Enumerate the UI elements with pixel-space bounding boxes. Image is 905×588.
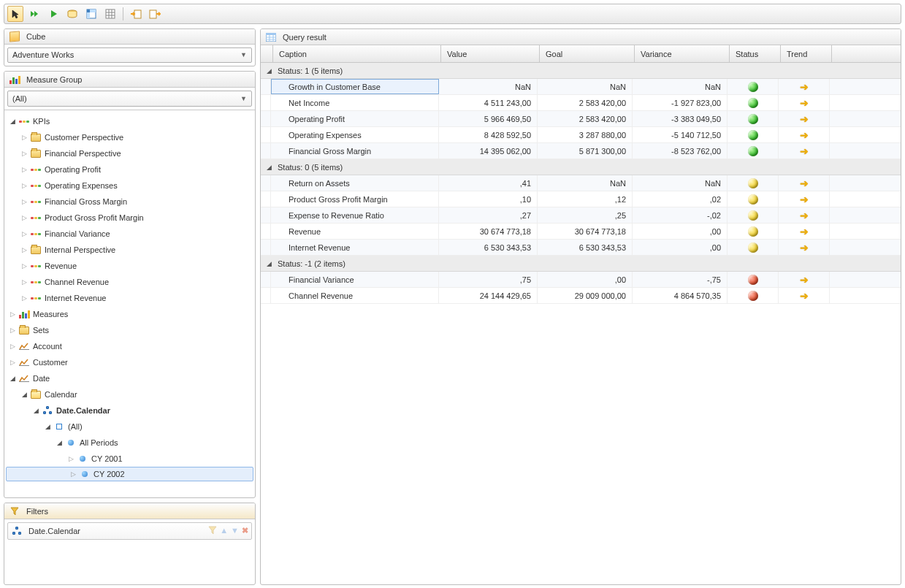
import-button[interactable]: [128, 6, 144, 22]
table-row[interactable]: Financial Variance,75,00-,75➔: [261, 272, 901, 288]
table-row[interactable]: Net Income4 511 243,002 583 420,00-1 927…: [261, 95, 901, 111]
cursor-tool-button[interactable]: [7, 6, 23, 22]
table-row[interactable]: Growth in Customer BaseNaNNaNNaN➔: [261, 79, 901, 95]
tree-item[interactable]: ◢KPIs: [4, 113, 255, 129]
tree-item[interactable]: ▷Sets: [4, 322, 255, 338]
svg-rect-5: [106, 9, 115, 18]
tree-item[interactable]: ▷Customer Perspective: [4, 129, 255, 145]
tree-item[interactable]: ▷Internal Perspective: [4, 242, 255, 258]
filter-item[interactable]: Date.Calendar▲▼✖: [7, 522, 252, 540]
tree-item[interactable]: ▷Product Gross Profit Margin: [4, 210, 255, 226]
table-row[interactable]: Channel Revenue24 144 429,6529 009 000,0…: [261, 288, 901, 304]
filters-header-label: Filters: [26, 507, 48, 516]
expand-icon: ▷: [9, 359, 17, 367]
cell-rest: [830, 288, 901, 303]
cell-caption: Operating Expenses: [271, 127, 439, 142]
filter-remove-icon[interactable]: ✖: [242, 526, 248, 536]
cell-variance: 4 864 570,35: [633, 288, 728, 303]
column-header-status[interactable]: Status: [730, 45, 781, 62]
tree-item[interactable]: ◢(All): [4, 419, 255, 435]
export-button[interactable]: [147, 6, 163, 22]
filter-funnel-icon[interactable]: [208, 526, 217, 536]
expand-icon: ▷: [20, 198, 28, 206]
tree-item[interactable]: ▷Channel Revenue: [4, 274, 255, 290]
column-header-caption[interactable]: Caption: [273, 45, 441, 62]
tree-item[interactable]: ▷Account: [4, 338, 255, 354]
status-yellow-icon: [748, 194, 758, 205]
column-header-goal[interactable]: Goal: [540, 45, 635, 62]
filter-up-icon[interactable]: ▲: [220, 526, 228, 536]
column-header-rest: [832, 45, 901, 62]
table-row[interactable]: Revenue30 674 773,1830 674 773,18,00➔: [261, 224, 901, 240]
dim-icon: [18, 340, 30, 352]
status-yellow-icon: [748, 178, 758, 188]
column-header-variance[interactable]: Variance: [635, 45, 730, 62]
run-button[interactable]: [45, 6, 61, 22]
cell-caption: Channel Revenue: [271, 288, 439, 303]
tree-item[interactable]: ▷Operating Profit: [4, 161, 255, 177]
view-sql-button[interactable]: [64, 6, 80, 22]
cell-rest: [830, 175, 901, 191]
cell-variance: NaN: [633, 79, 728, 94]
toolbar-separator: [123, 7, 123, 20]
filter-down-icon[interactable]: ▼: [231, 526, 239, 536]
tree-item-label: All Periods: [80, 438, 118, 447]
table-row[interactable]: Operating Profit5 966 469,502 583 420,00…: [261, 111, 901, 127]
tree-item[interactable]: ▷Internet Revenue: [4, 290, 255, 306]
cell-trend: ➔: [779, 175, 830, 191]
table-row[interactable]: Operating Expenses8 428 592,503 287 880,…: [261, 127, 901, 143]
metadata-tree[interactable]: ◢KPIs▷Customer Perspective▷Financial Per…: [4, 110, 255, 484]
cell-value: NaN: [439, 79, 538, 94]
column-header-value[interactable]: Value: [441, 45, 540, 62]
tree-item-label: Account: [33, 342, 62, 351]
table-row[interactable]: Product Gross Profit Margin,10,12,02➔: [261, 191, 901, 207]
table-row[interactable]: Internet Revenue6 530 343,536 530 343,53…: [261, 240, 901, 256]
table-row[interactable]: Return on Assets,41NaNNaN➔: [261, 175, 901, 191]
status-green-icon: [748, 130, 758, 140]
tree-item[interactable]: ▷Operating Expenses: [4, 177, 255, 194]
auto-run-button[interactable]: [26, 6, 42, 22]
expand-icon: ▷: [9, 310, 17, 318]
cell-variance: NaN: [633, 175, 728, 191]
tree-item[interactable]: ▷Financial Perspective: [4, 145, 255, 161]
cell-goal: 30 674 773,18: [538, 224, 633, 239]
group-header[interactable]: ◢Status: -1 (2 items): [261, 256, 901, 272]
status-green-icon: [748, 98, 758, 108]
tree-item[interactable]: ▷CY 2001: [4, 451, 255, 467]
tree-item[interactable]: ▷Financial Variance: [4, 226, 255, 242]
tree-item-label: Financial Perspective: [45, 149, 121, 158]
tree-item[interactable]: ◢All Periods: [4, 435, 255, 451]
bars-icon: [9, 74, 20, 85]
tree-item[interactable]: ▷CY 2002: [6, 467, 253, 481]
query-result-panel: Query result Caption Value Goal Variance…: [260, 28, 901, 585]
tree-item-label: Date: [33, 374, 50, 383]
tree-item[interactable]: ▷Revenue: [4, 258, 255, 274]
table-row[interactable]: Financial Gross Margin14 395 062,005 871…: [261, 143, 901, 159]
group-header[interactable]: ◢Status: 1 (5 items): [261, 63, 901, 79]
measure-group-selector[interactable]: (All) ▼: [7, 91, 252, 107]
column-header-trend[interactable]: Trend: [781, 45, 832, 62]
main-toolbar: [4, 4, 901, 24]
tree-item-label: Customer Perspective: [45, 133, 123, 142]
tree-item-label: Internet Revenue: [45, 294, 106, 302]
group-title: Status: 1 (5 items): [278, 66, 343, 75]
trend-flat-icon: ➔: [800, 113, 809, 125]
tree-item-label: Customer: [33, 358, 68, 367]
cell-rest: [830, 191, 901, 207]
tree-item[interactable]: ▷Measures: [4, 306, 255, 322]
group-header[interactable]: ◢Status: 0 (5 items): [261, 159, 901, 175]
tree-item[interactable]: ◢Calendar: [4, 386, 255, 402]
tree-item[interactable]: ◢Date: [4, 370, 255, 386]
tree-item[interactable]: ▷Financial Gross Margin: [4, 194, 255, 210]
kpi-icon: [30, 212, 42, 224]
folder-icon: [30, 244, 42, 256]
status-green-icon: [748, 114, 758, 124]
pivot-button[interactable]: [83, 6, 99, 22]
tree-item[interactable]: ◢Date.Calendar: [4, 402, 255, 419]
cube-selector[interactable]: Adventure Works ▼: [7, 47, 252, 63]
table-row[interactable]: Expense to Revenue Ratio,27,25-,02➔: [261, 207, 901, 224]
tree-item[interactable]: ▷Customer: [4, 354, 255, 370]
member-icon: [79, 468, 91, 480]
collapse-icon: ◢: [9, 118, 17, 126]
grid-button[interactable]: [102, 6, 118, 22]
